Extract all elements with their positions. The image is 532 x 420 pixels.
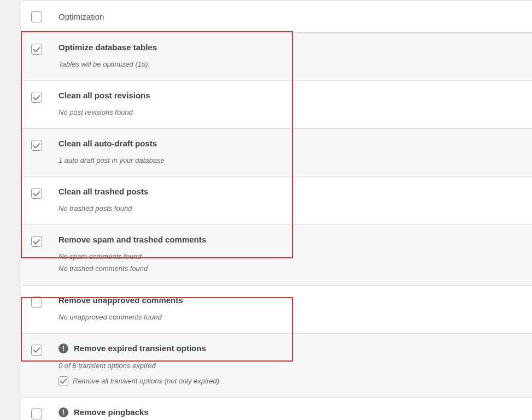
row-desc: No trashed posts found bbox=[59, 203, 521, 215]
row-desc: No spam comments found bbox=[59, 251, 521, 263]
subcheck-label: Remove all transient options (not only e… bbox=[73, 375, 219, 387]
row-optimize-database-tables: Optimize database tables Tables will be … bbox=[21, 33, 532, 81]
row-desc: 0 of 8 transient options expired bbox=[59, 360, 521, 372]
row-clean-post-revisions: Clean all post revisions No post revisio… bbox=[21, 81, 532, 129]
info-icon: ! bbox=[59, 407, 68, 417]
subcheck-remove-all-transients[interactable] bbox=[59, 376, 68, 386]
info-icon: ! bbox=[59, 344, 68, 353]
row-remove-unapproved-comments: Remove unapproved comments No unapproved… bbox=[21, 286, 532, 334]
header-row: Optimization bbox=[21, 1, 532, 33]
optimization-table: Optimization Optimize database tables Ta… bbox=[21, 0, 532, 420]
row-remove-pingbacks: ! Remove pingbacks No pingbacks found bbox=[21, 398, 532, 420]
row-desc: 1 auto draft post in your database bbox=[59, 155, 521, 167]
row-clean-trashed-posts: Clean all trashed posts No trashed posts… bbox=[21, 177, 532, 225]
row-remove-spam-trashed-comments: Remove spam and trashed comments No spam… bbox=[21, 225, 532, 285]
row-title: Clean all post revisions bbox=[59, 91, 150, 100]
row-title: Clean all auto-draft posts bbox=[59, 139, 157, 148]
row-checkbox[interactable] bbox=[31, 297, 42, 307]
row-checkbox[interactable] bbox=[31, 345, 42, 356]
row-title: Optimize database tables bbox=[59, 43, 157, 52]
row-clean-auto-draft-posts: Clean all auto-draft posts 1 auto draft … bbox=[21, 129, 532, 177]
row-remove-expired-transients: ! Remove expired transient options 0 of … bbox=[21, 334, 532, 398]
row-title: Remove expired transient options bbox=[74, 344, 206, 353]
row-desc: No post revisions found bbox=[59, 107, 521, 119]
row-desc: Tables will be optimized (15). bbox=[59, 58, 521, 70]
row-checkbox[interactable] bbox=[31, 140, 42, 151]
row-checkbox[interactable] bbox=[31, 188, 42, 199]
row-checkbox[interactable] bbox=[31, 92, 42, 103]
row-desc: No trashed comments found bbox=[59, 263, 521, 275]
row-desc: No unapproved comments found bbox=[59, 311, 521, 323]
row-title: Clean all trashed posts bbox=[59, 187, 148, 196]
row-title: Remove pingbacks bbox=[74, 407, 149, 417]
select-all-checkbox[interactable] bbox=[31, 11, 42, 22]
row-checkbox[interactable] bbox=[31, 44, 42, 55]
row-checkbox[interactable] bbox=[31, 409, 42, 419]
row-title: Remove spam and trashed comments bbox=[59, 235, 206, 244]
header-title: Optimization bbox=[59, 12, 521, 21]
row-checkbox[interactable] bbox=[31, 236, 42, 247]
row-title: Remove unapproved comments bbox=[59, 295, 183, 305]
